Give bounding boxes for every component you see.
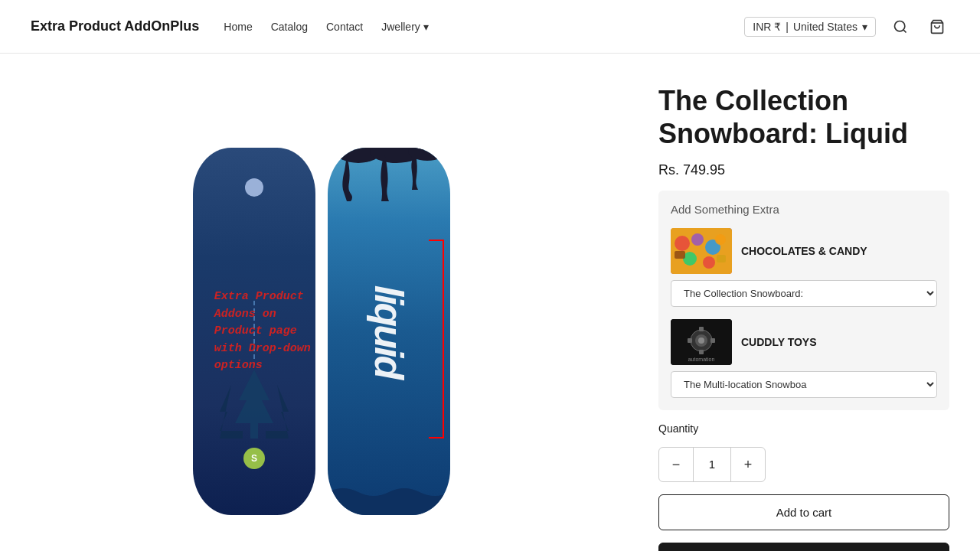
nav-contact[interactable]: Contact [326,21,363,33]
buy-now-button[interactable]: Buy it now [658,543,949,551]
cuddly-visual: automation [671,319,732,365]
cuddly-img-bg: automation [671,319,732,365]
chocolates-select[interactable]: The Collection Snowboard: The Multi-loca… [671,280,937,307]
chevron-down-icon: ▾ [862,21,867,33]
quantity-control: − 1 + [658,447,766,482]
svg-rect-17 [675,251,685,259]
quantity-increase-button[interactable]: + [731,448,765,481]
bracket-right [429,240,444,439]
drip-decoration [328,148,450,201]
separator: | [786,21,789,33]
bottom-drip [328,477,450,515]
addon-item-header-chocolates: Chocolates & Candy [671,228,937,274]
svg-marker-3 [235,370,273,439]
nav-home[interactable]: Home [224,21,252,33]
svg-rect-25 [710,338,715,343]
brand-name[interactable]: Extra Product AddOnPlus [31,18,199,34]
cart-icon [929,19,945,34]
cuddly-image: automation [671,319,732,365]
chocolates-image [671,228,732,274]
quantity-section: Quantity [658,422,949,435]
product-image-section: S liquid [0,54,643,551]
svg-marker-4 [220,385,243,439]
addon-item-chocolates: Chocolates & Candy The Collection Snowbo… [671,228,937,307]
svg-rect-22 [699,327,704,331]
main-content: S liquid [0,54,980,551]
quantity-label: Quantity [658,422,949,435]
svg-point-12 [691,233,704,246]
nav-catalog[interactable]: Catalog [271,21,308,33]
snowboards-container: S liquid [193,148,450,515]
addon-overlay-text: Extra ProductAddons onProduct pagewith D… [214,289,368,375]
addon-section: Add Something Extra [658,191,949,410]
svg-rect-24 [688,338,692,343]
svg-point-16 [715,234,726,245]
svg-point-0 [895,21,905,31]
chocolates-name: Chocolates & Candy [741,245,867,257]
svg-line-1 [903,29,906,32]
quantity-display: 1 [693,448,731,481]
cuddly-name: CUDDLY TOYS [741,336,817,348]
search-icon [893,19,908,34]
header-right: INR ₹ | United States ▾ [744,15,949,39]
add-to-cart-button[interactable]: Add to cart [658,494,949,530]
currency-label: INR ₹ [753,21,781,33]
currency-region-selector[interactable]: INR ₹ | United States ▾ [744,17,876,37]
svg-text:automation: automation [688,357,715,362]
addon-item-header-cuddly: automation CUDDLY TOYS [671,319,937,365]
svg-rect-23 [699,350,704,354]
nav-jwellery[interactable]: Jwellery ▾ [381,21,429,33]
svg-point-27 [698,337,704,344]
chocolates-visual [671,228,732,274]
site-header: Extra Product AddOnPlus Home Catalog Con… [0,0,980,54]
svg-point-11 [675,236,690,251]
quantity-decrease-button[interactable]: − [659,448,693,481]
moon-decoration [245,178,263,197]
addon-section-title: Add Something Extra [671,203,937,216]
main-nav: Home Catalog Contact Jwellery ▾ [224,21,428,33]
addon-item-cuddly: automation CUDDLY TOYS The Collection Sn… [671,319,937,398]
svg-rect-18 [717,255,726,262]
cart-button[interactable] [925,15,949,39]
chevron-down-icon: ▾ [423,21,429,33]
search-button[interactable] [888,15,913,39]
region-label: United States [793,21,858,33]
shopify-badge: S [243,448,265,469]
product-title: The Collection Snowboard: Liquid [658,84,949,150]
product-price: Rs. 749.95 [658,162,949,178]
svg-marker-5 [266,385,289,439]
header-left: Extra Product AddOnPlus Home Catalog Con… [31,18,429,34]
chocolates-img-bg [671,228,732,274]
svg-point-15 [703,256,715,269]
cuddly-select[interactable]: The Collection Snowboard: The Multi-loca… [671,371,937,398]
product-info-section: The Collection Snowboard: Liquid Rs. 749… [643,54,980,551]
liquid-text: liquid [366,285,412,378]
